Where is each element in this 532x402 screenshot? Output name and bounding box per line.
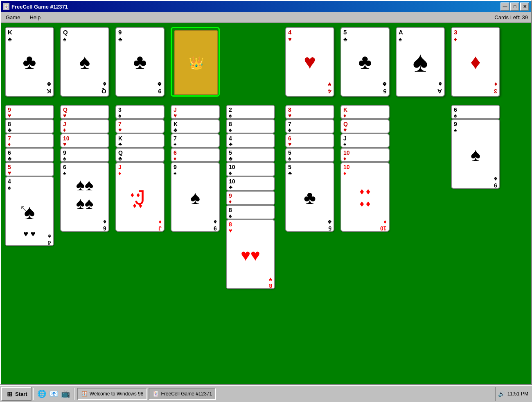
start-button[interactable]: ⊞ Start <box>1 387 32 401</box>
col1-card6[interactable]: 4♠ ♠ 4♠ ↖ ♥ ♥ <box>5 176 54 246</box>
col7-card2[interactable]: Q♥ <box>340 119 390 133</box>
col5-card6[interactable]: 10♣ <box>226 176 275 191</box>
col5-card7[interactable]: 9♦ <box>226 191 275 205</box>
col1-card3[interactable]: 7♦ <box>5 133 54 148</box>
col7-card1[interactable]: K♦ <box>340 105 390 119</box>
taskbar-item-icon: 🃏 <box>153 391 159 397</box>
menu-game[interactable]: Game <box>4 14 22 21</box>
col1-card4[interactable]: 6♣ <box>5 148 54 162</box>
freecell-1[interactable]: K♣ ♣ K♣ <box>5 27 54 97</box>
taskbar-item-freecell[interactable]: 🃏 FreeCell Game #12371 <box>149 388 216 400</box>
menu-help[interactable]: Help <box>28 14 42 21</box>
freecell-window: 🃏 FreeCell Game #12371 — □ ✕ Game Help C… <box>0 0 532 385</box>
ie-icon[interactable]: 🌐 <box>36 388 47 399</box>
card-label: K♣ <box>116 134 164 148</box>
card-label: K♦ <box>341 106 389 119</box>
card-label: 10♥ <box>61 134 108 148</box>
foundation-2[interactable]: 5♣ ♣ 5♣ <box>340 27 390 97</box>
card-label: 6♣ <box>6 149 53 162</box>
col3-card4[interactable]: Q♣ <box>115 148 165 162</box>
card-label: 5♥ <box>6 163 53 176</box>
card-top: 9♠ <box>174 164 177 177</box>
card-bottom: 10♦ <box>380 219 387 231</box>
card-rank-suit: 5♣ <box>343 29 347 43</box>
col5-card8[interactable]: 8♠ <box>226 205 275 219</box>
minimize-button[interactable]: — <box>500 2 509 11</box>
card-top: 9♠ <box>454 121 457 134</box>
col6-card1[interactable]: 8♥ <box>285 105 334 119</box>
col4-card2[interactable]: K♣ <box>171 119 220 133</box>
card-center-suit: ♣ <box>23 52 36 72</box>
col8-card2[interactable]: 9♠ ♠ 9♠ <box>451 119 500 189</box>
card-top: 8♥ <box>229 221 232 234</box>
card-label: 9♦ <box>227 192 274 205</box>
card-rank-suit: 4♥ <box>288 29 292 43</box>
col7-card4[interactable]: 10♦ <box>340 148 390 162</box>
channels-icon[interactable]: 📺 <box>60 388 71 399</box>
col7-card5[interactable]: 10♦ ♦♦♦♦ 10♦ <box>340 162 390 232</box>
card-bottom: J♦ <box>158 219 162 231</box>
col6-card5[interactable]: 5♣ ♣ 5♣ <box>285 162 334 232</box>
col3-card3[interactable]: K♣ <box>115 133 165 148</box>
col5-card4[interactable]: 5♣ <box>226 148 275 162</box>
cursor-icon: ↖ <box>20 203 27 214</box>
col5-card3[interactable]: 4♣ <box>226 133 275 148</box>
col4-card3[interactable]: 7♠ <box>171 133 220 148</box>
col1-card5[interactable]: 5♥ <box>5 162 54 176</box>
card-label: 9♥ <box>6 106 53 119</box>
card-center: ♦♦♦♦ <box>360 186 370 209</box>
foundation-1[interactable]: 4♥ ♥ 4♥ <box>285 27 334 97</box>
col3-card2[interactable]: 7♥ <box>115 119 165 133</box>
col7-card3[interactable]: J♠ <box>340 133 390 148</box>
freecell-2[interactable]: Q♠ ♠ Q♠ <box>60 27 109 97</box>
col4-card4[interactable]: 6♦ <box>171 148 220 162</box>
system-tray: 🔊 11:51 PM <box>495 387 531 401</box>
card-label: 7♠ <box>286 120 334 133</box>
col5-card5[interactable]: 10♠ <box>226 162 275 176</box>
col5-card2[interactable]: 8♠ <box>226 119 275 133</box>
card-label: 8♥ <box>286 106 334 119</box>
volume-icon[interactable]: 🔊 <box>498 391 505 397</box>
card-label: 4♣ <box>227 134 274 148</box>
taskbar: ⊞ Start 🌐 📧 📺 🪟 Welcome to Windows 98 🃏 … <box>0 385 532 402</box>
col1-card2[interactable]: 8♣ <box>5 119 54 133</box>
col6-card4[interactable]: 5♠ <box>285 148 334 162</box>
close-button[interactable]: ✕ <box>520 2 529 11</box>
card-rank-suit-br: A♠ <box>437 81 442 95</box>
card-label: 10♦ <box>341 149 389 162</box>
card-center-suit: ♠ <box>413 47 428 76</box>
maximize-button[interactable]: □ <box>510 2 519 11</box>
foundation-3[interactable]: A♠ ♠ A♠ <box>396 27 445 97</box>
card-rank-suit: 9♣ <box>118 29 122 43</box>
card-rank-suit-br: 5♣ <box>383 81 387 95</box>
col5-card9[interactable]: 8♥ ♥♥ 8♥ <box>226 219 275 289</box>
col4-card1[interactable]: J♥ <box>171 105 220 119</box>
foundation-4[interactable]: 3♦ ♦ 3♦ <box>451 27 500 97</box>
col8-card1[interactable]: 6♠ <box>451 105 500 119</box>
col3-card5[interactable]: J♦ J J♦ ♦ ♦ ♦ ♦ <box>115 162 165 232</box>
outlook-icon[interactable]: 📧 <box>48 388 59 399</box>
col3-card1[interactable]: 3♠ <box>115 105 165 119</box>
freecell-3[interactable]: 9♣ ♣ 9♣ <box>115 27 165 97</box>
col6-card2[interactable]: 7♠ <box>285 119 334 133</box>
card-bottom: 6♠ <box>103 219 106 231</box>
card-bottom: 9♠ <box>494 176 497 188</box>
card-rank-suit-br: K♣ <box>47 81 51 95</box>
card-label: Q♥ <box>61 106 108 119</box>
col5-card1[interactable]: 2♠ <box>226 105 275 119</box>
col2-card4[interactable]: 9♠ <box>60 148 109 162</box>
card-bottom-suits: ♥ ♥ <box>23 229 35 239</box>
col6-card3[interactable]: 6♥ <box>285 133 334 148</box>
col2-card5[interactable]: 6♠ ♠♠♠♠ 6♠ <box>60 162 109 232</box>
card-top: 10♦ <box>343 164 350 177</box>
col2-card3[interactable]: 10♥ <box>60 133 109 148</box>
taskbar-item-welcome[interactable]: 🪟 Welcome to Windows 98 <box>77 388 148 400</box>
card-rank-suit-br: Q♠ <box>101 81 106 95</box>
game-area[interactable]: K♣ ♣ K♣ Q♠ ♠ Q♠ 9♣ ♣ 9♣ 👑 <box>1 23 531 384</box>
freecell-4-empty[interactable]: 👑 <box>171 27 220 97</box>
card-center-suit: ♦ <box>470 52 481 72</box>
col2-card2[interactable]: J♦ <box>60 119 109 133</box>
col1-card1[interactable]: 9♥ <box>5 105 54 119</box>
col2-card1[interactable]: Q♥ <box>60 105 109 119</box>
col4-card5[interactable]: 9♠ ♠ 9♠ <box>171 162 220 232</box>
